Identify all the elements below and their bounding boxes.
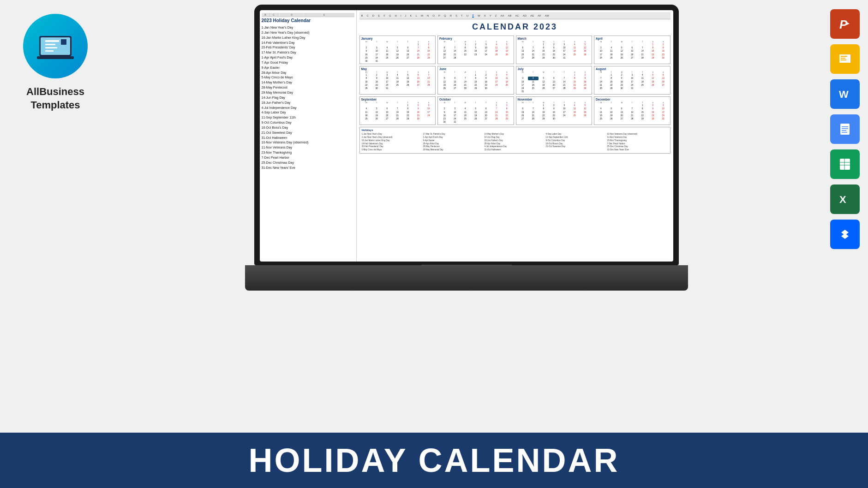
list-item: 10-Nov Veterans Day (observed) <box>262 140 354 145</box>
month-june: June mtwtfss 1234 567891011 121314151617… <box>437 66 514 95</box>
excel-icon[interactable]: X <box>830 184 860 214</box>
holidays-grid: 1-Jan New Year's Day 2-Jan New Year's Da… <box>362 133 668 152</box>
dropbox-icon[interactable] <box>830 220 860 249</box>
list-item: 4-Sep Labor Day <box>262 110 354 115</box>
list-item: 14-Jun Flag Day <box>262 95 354 101</box>
list-item: 20-Feb Presidents' Day <box>262 45 354 50</box>
laptop-base <box>245 265 688 291</box>
left-panel: AllBusiness Templates <box>0 0 111 433</box>
list-item: 28-Apr Arbor Day <box>262 71 354 76</box>
svg-rect-21 <box>842 128 848 129</box>
list-item: 2-Jan New Year's Day (observed) <box>262 30 354 36</box>
month-february: February mtwtfss 12345 6789101112 131415… <box>437 36 514 64</box>
svg-rect-6 <box>45 50 54 52</box>
svg-rect-22 <box>842 130 846 131</box>
list-item: 21-Oct Sweetest Day <box>262 131 354 136</box>
month-september: September mtwtfss 123 45678910 111213141… <box>359 96 436 125</box>
month-january: January mtwtfss 11 2345678 9101112131415… <box>359 36 436 64</box>
list-item: 4-Jul Independence Day <box>262 106 354 111</box>
banner-text: HOLIDAY CALENDAR <box>248 441 619 479</box>
svg-rect-23 <box>842 132 847 133</box>
list-item: 31-Dec New Years' Eve <box>262 166 354 171</box>
month-july: July mtwtfss 12 3456789 10111213141516 1… <box>516 66 593 95</box>
holidays-section: Holidays 1-Jan New Year's Day 2-Jan New … <box>359 127 670 154</box>
svg-rect-4 <box>45 44 55 45</box>
holidays-col-5: 10-Nov Veterans Day (observed) 11-Nov Ve… <box>607 133 668 152</box>
svg-text:►: ► <box>846 21 850 26</box>
list-item: 14-May Mother's Day <box>262 80 354 85</box>
list-item: 16-Oct Boss's Day <box>262 125 354 131</box>
svg-text:W: W <box>839 89 849 100</box>
logo-circle <box>23 14 88 78</box>
svg-rect-5 <box>45 47 57 48</box>
laptop-wrapper: B C D E 2023 Holiday Calendar 1-Jan New … <box>245 5 688 291</box>
list-item: 9-Oct Columbus Day <box>262 120 354 125</box>
svg-rect-25 <box>840 159 850 170</box>
excel-toolbar: BCDEFGHIJKLMNOPQRSTUVWXYZAAABACADAEAFAM <box>359 12 670 19</box>
months-grid: January mtwtfss 11 2345678 9101112131415… <box>359 36 670 125</box>
list-item: 7-Apr Good Friday <box>262 60 354 65</box>
calendar-title: CALENDAR 2023 <box>359 22 670 32</box>
month-may: May mtwtfss 1234567 891011121314 1516171… <box>359 66 436 95</box>
bottom-banner: HOLIDAY CALENDAR <box>0 433 868 488</box>
powerpoint-icon[interactable]: P ► <box>830 9 860 39</box>
month-april: April mtwtfss 12 3456789 10111213141516 … <box>594 36 670 64</box>
right-panel: P ► W <box>822 0 868 433</box>
svg-rect-15 <box>841 60 846 60</box>
list-item: 9-Apr Easter <box>262 65 354 71</box>
list-item: 16-Jan Martin Luther King Day <box>262 36 354 41</box>
list-item: 11-Nov Veterans Day <box>262 145 354 150</box>
laptop-screen-inner: B C D E 2023 Holiday Calendar 1-Jan New … <box>260 10 673 262</box>
list-item: 11-Sep September 11th <box>262 115 354 120</box>
laptop-logo-icon <box>37 28 74 65</box>
list-item: 31-Oct Halloween <box>262 136 354 141</box>
svg-rect-20 <box>842 126 848 127</box>
holiday-list-panel: B C D E 2023 Holiday Calendar 1-Jan New … <box>260 10 357 262</box>
svg-rect-3 <box>45 40 59 42</box>
google-slides-icon[interactable] <box>830 44 860 74</box>
svg-rect-2 <box>37 56 74 59</box>
month-august: August mtwtfss 123456 78910111213 141516… <box>594 66 670 95</box>
google-sheets-icon[interactable] <box>830 149 860 179</box>
main-area: AllBusiness Templates B C <box>0 0 868 433</box>
holidays-col-4: 4-Sep Labor Day 11-Sep September 11th 9-… <box>546 133 607 152</box>
center-panel: B C D E 2023 Holiday Calendar 1-Jan New … <box>111 0 822 433</box>
brand-name: AllBusiness Templates <box>26 85 84 112</box>
month-december: December mtwtfss 123 45678910 1112131415… <box>594 96 670 125</box>
svg-rect-14 <box>841 58 845 59</box>
list-item: 1-Jan New Year's Day <box>262 25 354 30</box>
list-item: 23-Nov Thanksgiving <box>262 150 354 155</box>
list-item: 28-May Pentecost <box>262 85 354 90</box>
month-march: March mtwtfss 12345 6789101112 131415161… <box>516 36 593 64</box>
calendar-panel: BCDEFGHIJKLMNOPQRSTUVWXYZAAABACADAEAFAM … <box>357 10 673 262</box>
list-item: 18-Jun Father's Day <box>262 101 354 106</box>
svg-rect-13 <box>841 56 847 57</box>
list-item: 25-Dec Christmas Day <box>262 161 354 166</box>
svg-rect-19 <box>840 124 850 135</box>
month-october: October mtwtfss 11 2345678 9101112131415… <box>437 96 514 125</box>
list-item: 14-Feb Valentine's Day <box>262 41 354 46</box>
laptop-screen-outer: B C D E 2023 Holiday Calendar 1-Jan New … <box>254 5 679 265</box>
list-item: 1-Apr April Fool's Day <box>262 55 354 60</box>
spreadsheet: B C D E 2023 Holiday Calendar 1-Jan New … <box>260 10 673 262</box>
holidays-section-title: Holidays <box>362 129 668 131</box>
word-icon[interactable]: W <box>830 79 860 109</box>
svg-rect-7 <box>61 39 66 45</box>
holidays-col-2: 17-Mar St. Patrick's Day 1-Apr April Foo… <box>423 133 484 152</box>
list-item: 5-May Cinco de Mayo <box>262 75 354 80</box>
list-item: 7-Dec Pearl Harbor <box>262 155 354 161</box>
list-panel-title: 2023 Holiday Calendar <box>262 18 354 23</box>
holidays-col-1: 1-Jan New Year's Day 2-Jan New Year's Da… <box>362 133 423 152</box>
google-docs-icon[interactable] <box>830 114 860 144</box>
month-november: November mtwtfss 12345 6789101112 131415… <box>516 96 593 125</box>
list-item: 17-Mar St. Patrick's Day <box>262 50 354 55</box>
list-item: 29-May Memorial Day <box>262 90 354 95</box>
svg-text:X: X <box>839 194 846 205</box>
holidays-col-3: 14-May Mother's Day 14-Jun Flag Day 18-J… <box>485 133 545 152</box>
